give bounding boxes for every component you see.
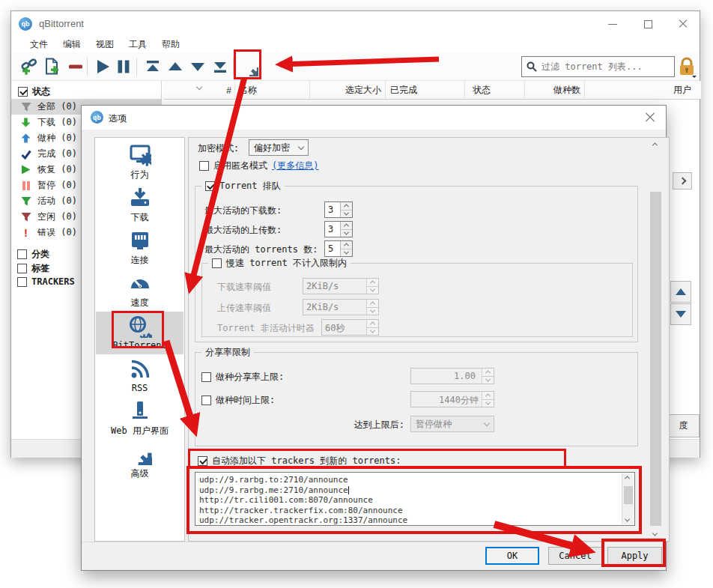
scroll-up-button[interactable] bbox=[670, 281, 691, 303]
slow-torrent-legend: 慢速 torrent 不计入限制内 bbox=[208, 257, 351, 270]
menu-view[interactable]: 视图 bbox=[88, 37, 121, 52]
dialog-scrollbar[interactable] bbox=[649, 139, 662, 540]
nav-bittorrent[interactable]: BitTorrent bbox=[96, 312, 183, 354]
move-top-button[interactable] bbox=[142, 55, 163, 78]
resume-button[interactable] bbox=[92, 55, 113, 78]
categories-checkbox[interactable] bbox=[17, 249, 27, 259]
col-done[interactable]: 已完成 bbox=[386, 81, 465, 100]
auto-add-trackers-checkbox[interactable] bbox=[198, 456, 207, 466]
chevron-right-icon bbox=[679, 178, 686, 185]
panel-expand-button[interactable] bbox=[673, 172, 692, 190]
trackers-group[interactable]: TRACKERS bbox=[17, 276, 75, 287]
spin-down-icon bbox=[482, 399, 494, 407]
trackers-checkbox[interactable] bbox=[17, 277, 27, 287]
trackers-textarea[interactable]: udp://9.rarbg.to:2710/announce udp://9.r… bbox=[195, 472, 635, 526]
downloads-icon bbox=[129, 187, 151, 209]
seed-ratio-checkbox[interactable] bbox=[201, 372, 211, 382]
torrent-filter-searchbox[interactable] bbox=[521, 56, 675, 77]
search-input[interactable] bbox=[541, 61, 661, 72]
speed-panel-button-partial[interactable]: 度 bbox=[667, 414, 700, 437]
lock-button[interactable] bbox=[677, 57, 697, 80]
col-name[interactable]: 名称 bbox=[235, 81, 310, 100]
apply-button[interactable]: Apply bbox=[607, 547, 662, 565]
menu-tools[interactable]: 工具 bbox=[121, 37, 154, 52]
move-down-button[interactable] bbox=[187, 55, 208, 78]
seed-time-checkbox[interactable] bbox=[201, 395, 211, 405]
toolbar-separator bbox=[87, 58, 88, 76]
menu-file[interactable]: 文件 bbox=[22, 37, 55, 52]
close-icon bbox=[679, 19, 688, 28]
behavior-icon bbox=[129, 144, 151, 166]
menu-edit[interactable]: 编辑 bbox=[55, 37, 88, 52]
spin-down-icon[interactable] bbox=[341, 229, 352, 237]
move-up-button[interactable] bbox=[165, 55, 186, 78]
col-peers[interactable]: 用户 bbox=[585, 81, 699, 100]
pause-icon bbox=[115, 58, 132, 75]
error-icon: ! bbox=[20, 227, 31, 238]
move-bottom-button[interactable] bbox=[210, 55, 231, 78]
close-button[interactable] bbox=[670, 13, 696, 35]
col-number[interactable]: # bbox=[164, 81, 235, 100]
nav-speed[interactable]: 速度 bbox=[96, 269, 183, 312]
seed-time-spinbox: 1440分钟 bbox=[410, 391, 494, 407]
more-info-link[interactable]: (更多信息) bbox=[272, 160, 318, 172]
tags-checkbox[interactable] bbox=[17, 264, 27, 273]
share-ratio-group: 分享率限制 做种分享率上限: 1.00 做种时间上限: 1440分钟 bbox=[195, 352, 638, 446]
add-torrent-link-button[interactable] bbox=[19, 55, 40, 78]
textarea-scrollbar[interactable] bbox=[622, 473, 634, 524]
scrollbar-thumb[interactable] bbox=[650, 192, 661, 526]
status-checkbox[interactable] bbox=[18, 87, 28, 97]
options-button[interactable] bbox=[238, 55, 259, 78]
nav-rss[interactable]: RSS bbox=[96, 354, 183, 397]
nav-downloads[interactable]: 下载 bbox=[96, 184, 183, 226]
max-torrents-spinbox[interactable]: 5 bbox=[324, 240, 353, 257]
torrent-queueing-checkbox[interactable] bbox=[205, 181, 215, 191]
ul-threshold-label: 上传速率阈值 bbox=[217, 302, 271, 315]
delete-torrent-button[interactable] bbox=[65, 55, 86, 78]
col-seeds[interactable]: 做种数 bbox=[525, 81, 585, 100]
spin-down-icon[interactable] bbox=[341, 249, 352, 257]
add-file-icon bbox=[43, 58, 61, 76]
limit-action-combo: 暂停做种 bbox=[410, 416, 494, 432]
upload-arrow-icon bbox=[20, 133, 31, 144]
dialog-close-icon bbox=[645, 112, 655, 123]
pause-button[interactable] bbox=[113, 55, 134, 78]
scroll-up-icon[interactable] bbox=[653, 142, 657, 146]
spin-down-icon[interactable] bbox=[341, 210, 352, 218]
encryption-combo[interactable]: 偏好加密 bbox=[249, 139, 309, 156]
scroll-down-icon[interactable] bbox=[625, 518, 629, 522]
tags-group[interactable]: 标签 bbox=[17, 262, 49, 275]
scroll-up-icon[interactable] bbox=[625, 476, 629, 479]
anonymous-mode-checkbox[interactable] bbox=[199, 161, 209, 171]
col-size[interactable]: 选定大小 bbox=[310, 81, 386, 100]
encryption-row: 加密模式: bbox=[198, 142, 239, 155]
nav-advanced[interactable]: 高级 bbox=[96, 440, 183, 482]
spin-up-icon[interactable] bbox=[341, 241, 352, 249]
auto-add-trackers-label: 自动添加以下 trackers 到新的 torrents: bbox=[212, 455, 401, 467]
col-status[interactable]: 状态 bbox=[465, 81, 525, 100]
spin-up-icon[interactable] bbox=[341, 202, 352, 210]
options-dialog: qb 选项 行为 下载 bbox=[81, 105, 667, 571]
ok-button[interactable]: OK bbox=[485, 547, 539, 565]
dialog-title-bar: qb 选项 bbox=[82, 106, 666, 130]
torrent-queueing-group: Torrent 排队 最大活动的下载数: 3 最大活动的上传数: 3 最大活动的… bbox=[195, 186, 638, 342]
slow-torrent-checkbox[interactable] bbox=[212, 258, 222, 268]
scrollbar-thumb[interactable] bbox=[624, 486, 633, 504]
max-downloads-spinbox[interactable]: 3 bbox=[324, 201, 353, 218]
minimize-button[interactable] bbox=[600, 13, 625, 35]
scroll-down-button[interactable] bbox=[670, 303, 691, 325]
maximize-button[interactable] bbox=[635, 13, 661, 35]
nav-webui[interactable]: Web 用户界面 bbox=[96, 397, 183, 440]
categories-group[interactable]: 分类 bbox=[17, 248, 49, 261]
nav-connection[interactable]: 连接 bbox=[96, 226, 183, 269]
add-torrent-file-button[interactable] bbox=[41, 55, 62, 78]
menu-help[interactable]: 帮助 bbox=[154, 37, 187, 52]
nav-behavior[interactable]: 行为 bbox=[96, 141, 183, 184]
spin-up-icon[interactable] bbox=[341, 222, 352, 229]
scroll-down-icon[interactable] bbox=[653, 533, 657, 536]
move-top-icon bbox=[145, 58, 161, 75]
dialog-close-button[interactable] bbox=[639, 109, 661, 127]
cancel-button[interactable]: Cancel bbox=[548, 547, 602, 565]
max-uploads-spinbox[interactable]: 3 bbox=[324, 221, 353, 237]
title-bar: qb qBittorrent bbox=[11, 11, 700, 37]
